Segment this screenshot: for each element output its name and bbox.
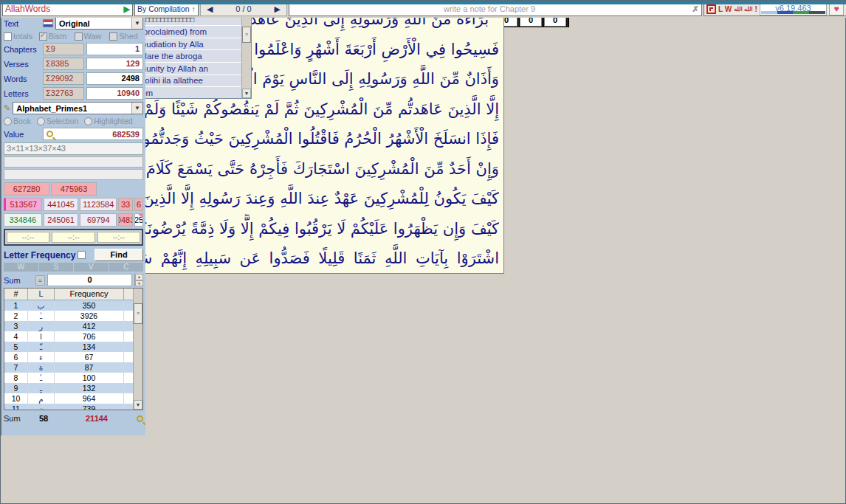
freq-value: 87 xyxy=(55,362,124,373)
letter-frequency-find-button[interactable]: Find xyxy=(94,249,143,261)
alphabet-dropdown[interactable]: Alphabet_Primes1▼ xyxy=(13,102,143,114)
spiral-icon[interactable] xyxy=(706,4,716,14)
text-style-icon[interactable] xyxy=(43,19,53,27)
value-search-icon[interactable] xyxy=(47,131,53,137)
freq-index: 10 xyxy=(4,393,28,404)
freq-row-3[interactable]: 3ر412 xyxy=(4,321,142,331)
stats-grid-cell[interactable]: 25 xyxy=(134,213,143,227)
stats-grid-cell[interactable]: 513567 xyxy=(4,198,42,211)
stats-grid-row-1: 5135674410451123584336 xyxy=(4,198,143,211)
col-S: S xyxy=(39,263,74,272)
check-shed[interactable]: Shed xyxy=(109,32,143,41)
sum-up[interactable]: ▲ xyxy=(135,274,143,280)
stats-grid-cell[interactable]: 245061 xyxy=(44,213,79,227)
stats-grid-row-2: 3348462450616979490483225 xyxy=(4,213,143,227)
freq-letter: ن xyxy=(28,404,55,410)
stat-value: 1 xyxy=(86,43,143,55)
stats-grid-cell[interactable]: 904832 xyxy=(118,213,133,227)
sum-equals-button[interactable]: = xyxy=(35,275,45,286)
heart-icon[interactable]: ♥ xyxy=(829,3,844,15)
checkbox-label: Waw xyxy=(84,32,102,41)
freq-value: 67 xyxy=(55,352,124,362)
duration-field: --:-- xyxy=(7,232,49,243)
clear-note-icon[interactable]: ✗ xyxy=(689,4,701,14)
chevron-down-icon[interactable]: ▼ xyxy=(131,18,142,29)
scope-book[interactable]: Book xyxy=(4,117,31,125)
freq-row-4[interactable]: 4ا706 xyxy=(4,331,142,342)
stat-sum: Σ9 xyxy=(43,43,84,55)
duration-fields: --:----:----:-- xyxy=(4,229,143,246)
radio-icon[interactable] xyxy=(37,117,45,125)
freq-col-0[interactable]: # xyxy=(4,289,28,300)
sum-value[interactable]: 0 xyxy=(47,274,132,286)
scrollbar-thumb[interactable]: ≡ xyxy=(242,27,251,43)
freq-value: 412 xyxy=(55,321,124,331)
value-label: Value xyxy=(4,130,41,139)
radio-label: Book xyxy=(13,117,31,125)
text-label: Text xyxy=(4,19,41,28)
letter-frequency-checkbox[interactable] xyxy=(78,251,86,259)
scroll-down-icon[interactable]: ▼ xyxy=(134,400,142,410)
up-arrow-icon[interactable]: ↑ xyxy=(192,4,196,13)
stats-grid-cell[interactable] xyxy=(98,182,142,196)
sum-label: Sum xyxy=(4,276,33,285)
freq-value: 739 xyxy=(55,404,124,410)
text-version-dropdown[interactable]: Original▼ xyxy=(55,17,143,30)
freq-col-1[interactable]: L xyxy=(28,289,55,300)
next-note-icon[interactable]: ▶ xyxy=(275,4,281,14)
freq-index: 11 xyxy=(4,404,28,410)
freq-row-9[interactable]: 9ـٍ132 xyxy=(4,383,142,393)
freq-row-11[interactable]: 11ن739 xyxy=(4,404,142,410)
scope-selection[interactable]: Selection xyxy=(37,117,78,125)
scrollbar-thumb[interactable]: ≡ xyxy=(134,303,142,324)
checkbox-icon[interactable] xyxy=(109,32,117,41)
freq-letter: ـٰ xyxy=(28,311,55,321)
value-field: 682539 xyxy=(43,128,143,140)
scope-highlighted[interactable]: Highlighted xyxy=(84,117,133,125)
freq-row-1[interactable]: 1ب350 xyxy=(4,300,142,311)
freq-value: 134 xyxy=(55,342,124,352)
freq-total-label: Sum xyxy=(4,414,27,423)
stats-grid-cell[interactable]: 334846 xyxy=(4,213,42,227)
letter-frequency-table[interactable]: #LFrequency 1ب3502ـٰ39263ر4124ا7065ـّ134… xyxy=(4,288,143,410)
radio-icon[interactable] xyxy=(84,117,92,125)
freq-row-8[interactable]: 8ـٔ100 xyxy=(4,373,142,383)
stats-grid-cell[interactable]: 627280 xyxy=(4,182,49,196)
play-icon[interactable]: ▶ xyxy=(124,4,130,14)
freq-row-6[interactable]: 6ء67 xyxy=(4,352,142,362)
freq-row-7[interactable]: 7ة87 xyxy=(4,362,142,373)
stats-grid-cell[interactable]: 33 xyxy=(118,198,133,211)
stat-label: Letters xyxy=(4,89,41,98)
sum-down[interactable]: ▼ xyxy=(135,280,143,287)
freq-total-value: 21144 xyxy=(60,414,134,423)
stats-grid-cell[interactable]: 441045 xyxy=(44,198,79,211)
check-bism[interactable]: Bism xyxy=(39,32,73,41)
prev-note-icon[interactable]: ◀ xyxy=(207,4,213,14)
edit-pencil-icon[interactable]: ✎ xyxy=(4,103,10,113)
checkbox-icon[interactable] xyxy=(4,32,12,41)
freq-letter: ـٔ xyxy=(28,373,55,383)
freq-row-10[interactable]: 10م964 xyxy=(4,393,142,404)
freq-value: 706 xyxy=(55,331,124,342)
stat-label: Chapters xyxy=(4,45,41,54)
radio-icon[interactable] xyxy=(4,117,12,125)
freq-letter: ء xyxy=(28,352,55,362)
freq-row-5[interactable]: 5ـّ134 xyxy=(4,342,142,352)
freq-letter: ـٍ xyxy=(28,383,55,393)
stats-grid-cell[interactable]: 6 xyxy=(134,198,143,211)
chevron-down-icon[interactable]: ▼ xyxy=(131,103,142,114)
freq-letter: ر xyxy=(28,321,55,331)
stats-grid-cell[interactable]: 1123584 xyxy=(80,198,117,211)
stats-grid-cell[interactable]: 69794 xyxy=(80,213,117,227)
check-waw[interactable]: Waw xyxy=(75,32,109,41)
freq-search-icon[interactable] xyxy=(137,415,143,422)
checkbox-icon[interactable] xyxy=(75,32,83,41)
freq-row-2[interactable]: 2ـٰ3926 xyxy=(4,311,142,321)
scroll-down-icon[interactable]: ▼ xyxy=(242,89,251,98)
freq-col-2[interactable]: Frequency xyxy=(55,289,124,300)
checkbox-icon[interactable] xyxy=(39,32,47,41)
stats-grid-cell[interactable]: 475963 xyxy=(51,182,97,196)
bottom-strip xyxy=(1,1,846,4)
duration-field: --:-- xyxy=(52,232,94,243)
check-totals[interactable]: totals xyxy=(4,32,38,41)
